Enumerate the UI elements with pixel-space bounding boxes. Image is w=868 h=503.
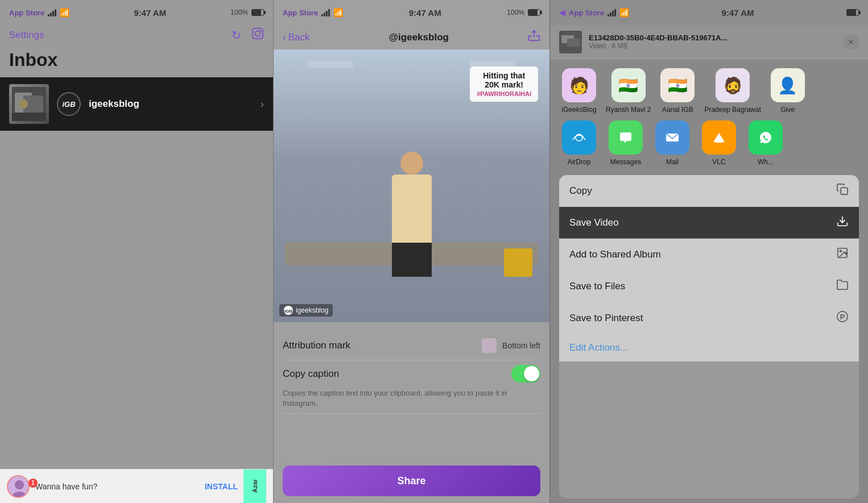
back-button[interactable]: ‹ Back	[283, 32, 309, 43]
time-inbox: 9:47 AM	[134, 8, 166, 18]
share-close-button[interactable]: ✕	[843, 34, 859, 50]
ad-avatar-container: 1	[7, 475, 30, 498]
action-save-files[interactable]: Save to Files	[559, 271, 859, 302]
copy-caption-toggle[interactable]	[511, 365, 540, 383]
ad-text: Wanna have fun?	[35, 482, 199, 491]
svg-point-28	[840, 250, 841, 252]
edit-actions-button[interactable]: Edit Actions...	[559, 334, 859, 361]
battery-area-share	[846, 9, 859, 16]
whatsapp-icon	[749, 120, 783, 155]
app-airdrop[interactable]: AirDrop	[559, 120, 599, 166]
inbox-nav-icons: ↻	[232, 27, 264, 43]
save-files-icon	[836, 278, 849, 294]
contact-pradeep[interactable]: 🧔 Pradeep Bagrawat	[704, 68, 760, 114]
contact-icon-2: 🇮🇳	[660, 68, 695, 102]
signal-icon-inbox	[48, 9, 56, 16]
battery-area-inbox: 100%	[230, 9, 264, 16]
contact-igeeksblog[interactable]: 🧑 iGeeksBlog	[559, 68, 599, 114]
app-mail[interactable]: Mail	[652, 120, 692, 166]
instagram-icon[interactable]	[251, 27, 264, 43]
post-watermark: iGB igeeksblog	[279, 304, 333, 317]
attribution-mark-row: Attribution mark Bottom left	[283, 331, 540, 360]
file-thumb-image	[559, 31, 582, 53]
watermark-icon: iGB	[284, 306, 293, 315]
battery-icon-post	[528, 9, 540, 16]
overlay-hashtag: #PAWRIHORAIHAI	[477, 90, 531, 97]
inbox-thumb	[9, 84, 49, 124]
messages-svg	[617, 128, 635, 147]
action-add-shared-album[interactable]: Add to Shared Album	[559, 239, 859, 271]
wifi-icon-share: 📶	[619, 8, 629, 17]
svg-point-9	[15, 480, 24, 489]
save-video-icon	[836, 215, 849, 230]
post-media: Hitting that 20K mark! #PAWRIHORAIHAI iG…	[274, 49, 549, 322]
human-figure	[392, 152, 432, 277]
battery-icon-inbox	[251, 9, 264, 16]
copy-caption-label: Copy caption	[283, 368, 339, 380]
contact-ryansh[interactable]: 🇮🇳 Ryansh Mavi 2	[606, 68, 651, 114]
share-file-thumb	[559, 31, 582, 53]
copy-icon	[836, 183, 849, 198]
ad-avatar-image	[8, 476, 30, 498]
ad-banner: 1 Wanna have fun? INSTALL Azar	[0, 469, 273, 503]
action-save-video[interactable]: Save Video	[559, 207, 859, 239]
carrier-label-post: App Store	[283, 9, 318, 17]
account-avatar: iGB	[57, 92, 81, 116]
contact-label-1: Ryansh Mavi 2	[606, 106, 651, 114]
app-label-more: Wh...	[758, 158, 774, 166]
share-button[interactable]: Share	[283, 465, 540, 496]
share-icon[interactable]	[528, 30, 540, 45]
action-save-pinterest[interactable]: Save to Pinterest P	[559, 302, 859, 334]
contact-icon-3: 🧔	[716, 68, 750, 102]
pinterest-icon: P	[836, 310, 849, 326]
svg-text:iGB: iGB	[284, 309, 292, 314]
back-chevron-icon: ‹	[283, 32, 286, 43]
status-bar-share: ◀ App Store 📶 9:47 AM	[550, 0, 868, 25]
contact-give[interactable]: 👤 Give	[768, 68, 808, 114]
battery-icon-share	[846, 9, 859, 16]
thumb-image-icon	[12, 87, 46, 121]
app-label-vlc: VLC	[712, 158, 725, 166]
ad-install-button[interactable]: INSTALL	[205, 482, 238, 491]
battery-area-post: 100%	[507, 9, 540, 16]
inbox-title: Inbox	[0, 47, 273, 77]
overlay-text-line1: Hitting that	[477, 71, 531, 80]
panel-share: ◀ App Store 📶 9:47 AM E	[549, 0, 868, 503]
pinterest-svg: P	[836, 310, 849, 323]
signal-icon-post	[321, 9, 330, 16]
action-copy[interactable]: Copy	[559, 175, 859, 207]
ad-badge: 1	[28, 479, 38, 488]
contact-label-4: Give	[780, 106, 795, 114]
settings-button[interactable]: Settings	[9, 30, 44, 41]
app-messages[interactable]: Messages	[606, 120, 646, 166]
contact-aanal[interactable]: 🇮🇳 Aanal IGB	[658, 68, 697, 114]
svg-rect-25	[841, 188, 848, 194]
share-file-subtitle: Video · 6 MB	[589, 42, 836, 50]
attribution-position: Bottom left	[502, 341, 540, 350]
copy-caption-sub: Copies the caption text into your clipbo…	[283, 386, 540, 409]
svg-point-6	[19, 99, 28, 109]
mail-icon	[655, 120, 689, 155]
app-more[interactable]: Wh...	[746, 120, 786, 166]
app-vlc[interactable]: VLC	[699, 120, 739, 166]
svg-rect-0	[253, 28, 263, 39]
action-save-files-label: Save to Files	[569, 281, 625, 292]
svg-point-16	[571, 130, 587, 146]
carrier-label-inbox: App Store	[9, 9, 44, 17]
carrier-post: App Store 📶	[283, 8, 343, 17]
share-sheet-header: E13428D0-35B0-4E4D-BBAB-519671A... Video…	[550, 25, 868, 59]
watermark-text: igeeksblog	[296, 306, 328, 314]
svg-rect-23	[716, 141, 722, 143]
inbox-item[interactable]: iGB igeeksblog ›	[0, 77, 273, 131]
action-add-shared-album-label: Add to Shared Album	[569, 249, 661, 260]
refresh-icon[interactable]: ↻	[232, 28, 241, 42]
panel-inbox: App Store 📶 9:47 AM 100% Settings ↻	[0, 0, 273, 503]
share-file-info: E13428D0-35B0-4E4D-BBAB-519671A... Video…	[589, 34, 836, 50]
time-share: 9:47 AM	[722, 8, 754, 18]
share-button-bar: Share	[274, 459, 549, 503]
contact-label-2: Aanal IGB	[662, 106, 693, 114]
svg-point-2	[260, 30, 262, 32]
post-settings: Attribution mark Bottom left Copy captio…	[274, 322, 549, 423]
time-post: 9:47 AM	[409, 8, 441, 18]
attribution-checkbox[interactable]	[482, 338, 497, 353]
